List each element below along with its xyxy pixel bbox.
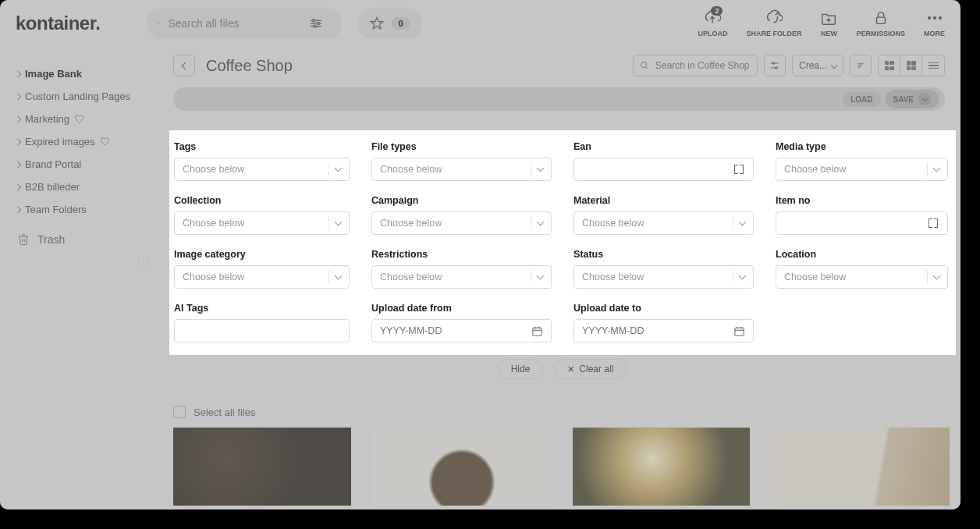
filter-label: Upload date to — [573, 303, 754, 314]
hide-filters-button[interactable]: Hide — [498, 359, 544, 379]
filter-label: AI Tags — [174, 303, 350, 314]
chevron-right-icon — [15, 115, 21, 122]
filter-upload-from-input[interactable] — [380, 325, 531, 336]
filter-ean[interactable] — [573, 158, 754, 181]
filter-collection[interactable]: Choose below — [174, 211, 350, 235]
filter-label: Upload date from — [371, 303, 552, 314]
view-list[interactable] — [922, 55, 944, 76]
filter-label: Collection — [174, 195, 350, 206]
filter-ai-tags[interactable] — [174, 319, 350, 343]
star-icon — [370, 16, 384, 30]
folder-search[interactable]: Search in Coffee Shop — [633, 55, 758, 76]
filter-toggle-icon[interactable] — [309, 12, 331, 34]
new-button[interactable]: NEW — [820, 9, 837, 37]
grid-small-icon — [885, 61, 894, 70]
svg-point-15 — [641, 62, 646, 68]
save-button[interactable]: SAVE — [886, 90, 939, 108]
svg-line-16 — [645, 67, 648, 69]
page-title: Coffee Shop — [206, 57, 622, 75]
sidebar-item-b2b[interactable]: B2B billeder — [16, 176, 156, 198]
view-switcher — [878, 55, 945, 76]
titlebar: Coffee Shop Search in Coffee Shop Crea..… — [173, 55, 945, 76]
thumbnail[interactable] — [373, 428, 551, 506]
trash-icon — [17, 233, 30, 246]
back-button[interactable] — [173, 55, 195, 76]
select-all-checkbox[interactable] — [173, 406, 186, 418]
svg-point-5 — [313, 20, 315, 22]
new-folder-icon — [820, 9, 837, 27]
filter-label: File types — [371, 141, 552, 152]
sidebar-item-brand-portal[interactable]: Brand Portal — [16, 153, 156, 176]
clear-filters-button[interactable]: ✕Clear all — [554, 359, 627, 379]
expand-icon[interactable] — [733, 163, 745, 176]
load-button[interactable]: LOAD — [843, 92, 880, 107]
filter-campaign[interactable]: Choose below — [371, 211, 552, 235]
sidebar-item-custom-landing[interactable]: Custom Landing Pages — [16, 85, 156, 108]
filter-image-category[interactable]: Choose below — [174, 265, 350, 289]
thumbnail[interactable] — [772, 428, 950, 506]
filter-label: Image category — [174, 249, 350, 260]
filter-status[interactable]: Choose below — [573, 265, 754, 289]
favorites-pill[interactable]: 0 — [357, 8, 421, 39]
global-search[interactable] — [147, 8, 342, 39]
global-search-input[interactable] — [168, 17, 304, 30]
svg-marker-8 — [371, 18, 383, 29]
sidebar-item-team-folders[interactable]: Team Folders — [16, 198, 156, 221]
upload-button[interactable]: 2 UPLOAD — [698, 9, 727, 37]
sidebar-item-expired[interactable]: Expired images — [16, 130, 156, 153]
sidebar-trash[interactable]: Trash — [16, 221, 156, 246]
filter-restrictions[interactable]: Choose below — [371, 265, 552, 289]
filter-label: Media type — [776, 141, 948, 152]
sort-direction-button[interactable] — [850, 55, 872, 76]
select-all-row[interactable]: Select all files — [173, 406, 255, 418]
filter-upload-from[interactable] — [371, 319, 552, 343]
filter-tags[interactable]: Choose below — [174, 158, 350, 181]
svg-point-6 — [318, 23, 320, 25]
search-icon — [640, 61, 649, 70]
view-large-grid[interactable] — [900, 55, 922, 76]
filter-location[interactable]: Choose below — [776, 265, 948, 289]
expand-icon[interactable] — [927, 217, 939, 229]
svg-rect-12 — [876, 17, 885, 23]
filter-media-type[interactable]: Choose below — [776, 158, 948, 181]
sort-dropdown[interactable]: Crea... — [792, 55, 843, 76]
chevron-right-icon — [15, 138, 21, 144]
more-button[interactable]: MORE — [924, 9, 945, 37]
folder-search-settings[interactable] — [764, 55, 786, 76]
chevron-down-icon — [335, 218, 343, 226]
filter-item-no-input[interactable] — [784, 218, 927, 229]
thumbnail[interactable] — [173, 428, 351, 506]
filter-upload-to[interactable] — [573, 319, 754, 343]
permissions-button[interactable]: PERMISSIONS — [856, 9, 905, 37]
filter-item-no[interactable] — [776, 211, 948, 235]
top-actions: 2 UPLOAD SHARE FOLDER NEW PERMISSIONS MO… — [698, 9, 945, 37]
thumbnail[interactable] — [573, 428, 751, 506]
calendar-icon[interactable] — [733, 325, 745, 337]
filter-ai-tags-input[interactable] — [183, 325, 341, 336]
view-small-grid[interactable] — [879, 55, 900, 76]
favorites-count: 0 — [392, 17, 409, 30]
sidebar-item-marketing[interactable]: Marketing — [16, 108, 156, 130]
filter-actions: Hide ✕Clear all — [164, 359, 960, 379]
sidebar-resize-handle[interactable]: ⋮⋮ — [134, 257, 153, 268]
chevron-down-icon — [739, 218, 747, 226]
sidebar-item-image-bank[interactable]: Image Bank — [16, 62, 156, 85]
filter-label: Status — [573, 249, 754, 260]
chevron-right-icon — [15, 93, 21, 99]
share-folder-button[interactable]: SHARE FOLDER — [746, 9, 801, 37]
filter-material[interactable]: Choose below — [573, 211, 754, 235]
save-dropdown[interactable] — [918, 93, 931, 105]
select-all-label: Select all files — [194, 407, 255, 418]
chevron-right-icon — [15, 183, 21, 190]
thumbnails — [173, 428, 950, 506]
filter-upload-to-input[interactable] — [582, 325, 733, 336]
calendar-icon[interactable] — [531, 325, 543, 337]
svg-rect-24 — [532, 328, 541, 336]
chevron-right-icon — [15, 161, 21, 167]
chevron-down-icon — [831, 62, 837, 69]
sort-icon — [855, 60, 866, 71]
filter-label: Campaign — [371, 195, 552, 206]
chevron-down-icon — [933, 165, 941, 172]
filter-file-types[interactable]: Choose below — [371, 158, 552, 181]
filter-ean-input[interactable] — [582, 164, 733, 175]
